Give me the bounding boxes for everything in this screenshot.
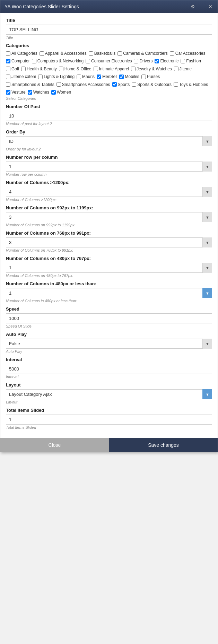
list-item[interactable]: Basketballs [89,50,115,57]
list-item[interactable]: Intimate Apparel [94,66,129,72]
order-by-select[interactable]: ID Title Date Rand [6,136,212,146]
list-item[interactable]: Smartphones & Tablets [6,81,54,88]
category-checkbox[interactable] [51,90,56,95]
category-checkbox[interactable] [89,51,93,56]
cols-768-label: Number of Columns on 768px to 991px: [6,230,212,236]
layout-section: Layout Layout Category Ajax Layout Categ… [6,382,212,404]
list-item[interactable]: Sports & Outdoors [132,81,172,88]
title-section: Title Title [6,18,212,40]
category-checkbox[interactable] [56,82,61,87]
interval-input[interactable] [6,364,212,374]
category-checkbox[interactable] [117,51,122,56]
category-checkbox[interactable] [141,75,146,79]
rows-per-column-section: Number row per column 1 2 3 4 ▼ Number r… [6,155,212,176]
title-label: Title [6,18,212,23]
list-item[interactable]: Purses [141,73,160,80]
title-hint: Title [6,35,212,40]
list-item[interactable]: Computer [6,58,30,64]
cols-1200-select[interactable]: 1 2 3 4 5 6 [6,187,212,197]
list-item[interactable]: Apparel & Accessories [40,50,87,57]
layout-select[interactable]: Layout Category Ajax Layout Category Sta… [6,389,212,399]
layout-wrapper: Layout Category Ajax Layout Category Sta… [6,389,212,399]
list-item[interactable]: Jiteme [174,66,192,72]
category-checkbox[interactable] [6,59,10,63]
list-item[interactable]: Women [51,89,71,96]
total-items-input[interactable] [6,415,212,425]
title-input[interactable] [6,25,212,35]
category-checkbox[interactable] [32,59,36,63]
cols-768-select[interactable]: 1 2 3 4 5 6 [6,237,212,247]
close-window-icon[interactable]: ✕ [207,4,213,9]
speed-input[interactable] [6,313,212,323]
footer-buttons: Close Save changes [0,438,218,452]
list-item[interactable]: Sports [112,81,130,88]
list-item[interactable]: MenSell [97,73,117,80]
minimize-icon[interactable]: — [198,4,205,9]
interval-label: Interval [6,357,212,362]
category-checkbox[interactable] [155,59,159,63]
category-checkbox[interactable] [6,82,10,87]
category-checkbox[interactable] [21,67,26,71]
autoplay-select[interactable]: False True [6,339,212,349]
category-checkbox[interactable] [181,59,185,63]
autoplay-hint: Auto Play [6,349,212,354]
settings-window: YA Woo Categories Slider Settings ⚙ — ✕ … [0,0,218,452]
list-item[interactable]: Toys & Hobbies [174,81,208,88]
list-item[interactable]: Mauris [77,73,95,80]
list-item[interactable]: Smartphones Accessories [56,81,110,88]
category-checkbox[interactable] [112,82,117,87]
list-item[interactable]: Consumer Electronics [86,58,132,64]
category-checkbox[interactable] [77,75,81,79]
list-item[interactable]: Fashion [181,58,201,64]
gear-icon[interactable]: ⚙ [190,4,196,9]
category-checkbox[interactable] [6,75,10,79]
list-item[interactable]: Home & Office [59,66,91,72]
close-button[interactable]: Close [0,438,109,452]
list-item[interactable]: Lights & Lighting [38,73,75,80]
category-checkbox[interactable] [132,82,136,87]
number-of-post-input[interactable] [6,111,212,121]
list-item[interactable]: Computers & Networking [32,58,84,64]
list-item[interactable]: Watches [28,89,49,96]
cols-992-wrapper: 1 2 3 4 5 6 ▼ [6,212,212,222]
cols-480-less-select[interactable]: 1 2 3 4 [6,288,212,298]
speed-section: Speed Speed Of Slide [6,306,212,328]
category-checkbox[interactable] [40,51,44,56]
list-item[interactable]: Golf [6,66,19,72]
list-item[interactable]: Vesture [6,89,26,96]
category-checkbox[interactable] [38,75,43,79]
list-item[interactable]: Jewelry & Watches [131,66,172,72]
category-checkbox[interactable] [174,82,178,87]
categories-label: Categories [6,43,212,48]
list-item[interactable]: All Categories [6,50,37,57]
category-checkbox[interactable] [131,67,136,71]
list-item[interactable]: Health & Beauty [21,66,57,72]
category-checkbox[interactable] [6,51,10,56]
cols-480-select[interactable]: 1 2 3 4 [6,263,212,273]
list-item[interactable]: Mobiles [119,73,139,80]
list-item[interactable]: Jiteme catem [6,73,36,80]
total-items-label: Total Items Slided [6,408,212,413]
category-checkbox[interactable] [134,59,138,63]
category-checkbox[interactable] [59,67,63,71]
window-title: YA Woo Categories Slider Settings [5,4,79,9]
list-item[interactable]: Cameras & Camcorders [117,50,168,57]
cols-992-select[interactable]: 1 2 3 4 5 6 [6,212,212,222]
category-checkbox[interactable] [86,59,90,63]
category-checkbox[interactable] [6,67,10,71]
category-checkbox[interactable] [174,67,178,71]
category-checkbox[interactable] [94,67,98,71]
category-checkbox[interactable] [6,90,10,95]
category-checkbox[interactable] [170,51,174,56]
rows-per-column-select[interactable]: 1 2 3 4 [6,162,212,172]
number-of-post-hint: Number of post for layout 2 [6,122,212,126]
list-item[interactable]: Drivers [134,58,152,64]
list-item[interactable]: Electronic [155,58,178,64]
list-item[interactable]: Car Accessories [170,50,206,57]
cols-992-label: Number of Columns on 992px to 1199px: [6,205,212,210]
save-button[interactable]: Save changes [109,438,218,452]
category-checkbox[interactable] [97,75,101,79]
category-checkbox[interactable] [119,75,124,79]
category-checkbox[interactable] [28,90,32,95]
cols-480-hint: Number of Columns on 480px to 767px: [6,273,212,278]
